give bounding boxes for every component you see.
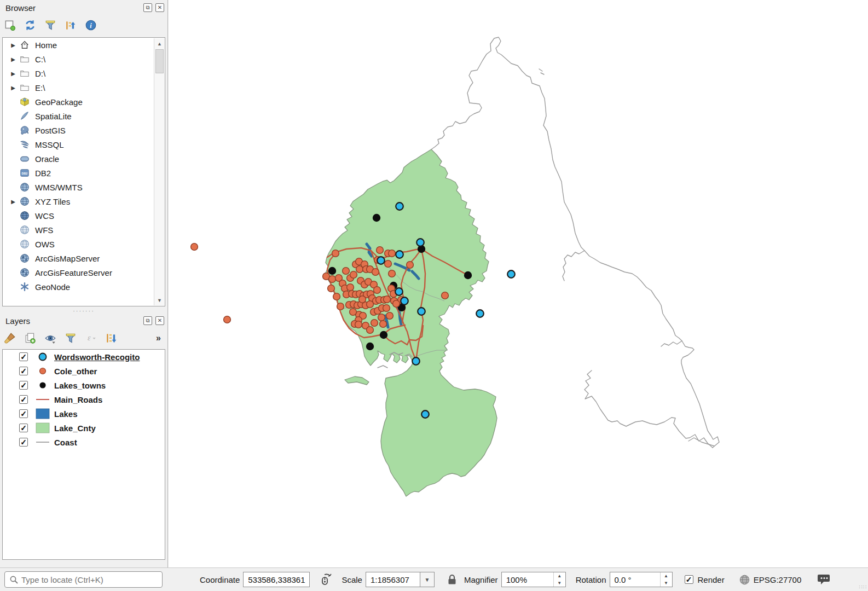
render-checkbox[interactable]: ✓ [685,575,693,584]
add-selected-layers-icon[interactable] [3,19,16,32]
expand-arrow-icon[interactable]: ▶ [7,71,19,77]
browser-close-button[interactable]: ✕ [155,3,164,12]
map-canvas[interactable] [169,0,868,567]
layer-label: Main_Roads [54,395,102,404]
rotation-value[interactable]: 0.0 ° [610,572,660,587]
browser-item-mssql[interactable]: MSSQL [3,137,165,152]
layers-close-button[interactable]: ✕ [155,316,164,325]
layer-item-main-roads[interactable]: ✓Main_Roads [3,392,165,407]
properties-icon[interactable]: i [84,19,97,32]
expand-arrow-icon[interactable]: ▶ [7,56,19,62]
coordinate-input[interactable]: 533586,338361 [243,572,310,587]
expand-arrow-icon[interactable]: ▶ [7,85,19,91]
add-group-icon[interactable] [24,332,37,345]
browser-item-postgis[interactable]: PostGIS [3,123,165,137]
expand-collapse-tree-icon[interactable] [105,332,118,345]
svg-text:DB2: DB2 [22,172,28,175]
browser-item-d[interactable]: ▶D:\ [3,66,165,80]
folder-icon [19,68,30,78]
layers-toolbar-overflow-button[interactable]: » [156,333,164,343]
layer-visibility-checkbox[interactable]: ✓ [19,424,28,432]
left-dock: Browser ⧉ ✕ i ▶Home▶C:\▶D:\▶E:\GeoPackag… [0,0,168,567]
browser-item-wcs[interactable]: WCS [3,208,165,223]
panel-splitter[interactable]: ······· [0,309,167,313]
layer-item-lakes-towns[interactable]: ✓Lakes_towns [3,378,165,392]
magnifier-down-icon[interactable]: ▼ [554,580,565,587]
layer-label: Lakes_towns [54,381,106,390]
scroll-down-icon[interactable]: ▼ [155,296,164,305]
manage-map-themes-icon[interactable] [44,332,57,345]
browser-item-spatialite[interactable]: SpatiaLite [3,109,165,123]
browser-item-db2[interactable]: DB2DB2 [3,166,165,180]
expand-arrow-icon[interactable]: ▶ [7,199,19,205]
crs-globe-icon[interactable] [739,574,750,586]
browser-item-arcgismapserver[interactable]: ArcGisMapServer [3,251,165,265]
rotation-up-icon[interactable]: ▲ [661,572,672,580]
browser-item-label: WFS [35,225,53,235]
browser-item-label: WCS [35,211,54,221]
browser-item-wfs[interactable]: WFS [3,223,165,237]
browser-item-arcgisfeatureserver[interactable]: ArcGisFeatureServer [3,265,165,280]
scale-value[interactable]: 1:1856307 [366,572,420,587]
layers-float-button[interactable]: ⧉ [143,316,152,325]
render-toggle[interactable]: ✓ Render [685,575,725,584]
collapse-all-icon[interactable] [64,19,77,32]
extents-toggle-icon[interactable] [320,573,334,586]
open-layer-styling-icon[interactable] [3,332,16,345]
layer-item-cole-other[interactable]: ✓Cole_other [3,364,165,378]
layer-symbol-point [34,381,51,390]
browser-item-label: Home [35,40,57,50]
layer-visibility-checkbox[interactable]: ✓ [19,409,28,418]
layer-label: Lake_Cnty [54,424,96,433]
layer-item-wordsworth-recogito[interactable]: ✓Wordsworth-Recogito [3,350,165,364]
folder-icon [19,83,30,92]
browser-item-xyz-tiles[interactable]: ▶XYZ Tiles [3,194,165,208]
expand-arrow-icon[interactable]: ▶ [7,42,19,48]
layer-label: Lakes [54,409,78,419]
lock-scale-icon[interactable] [447,573,458,586]
filter-browser-icon[interactable] [44,19,57,32]
browser-item-oracle[interactable]: Oracle [3,152,165,166]
browser-item-c[interactable]: ▶C:\ [3,52,165,66]
browser-float-button[interactable]: ⧉ [143,3,152,12]
layer-visibility-checkbox[interactable]: ✓ [19,381,28,390]
layer-item-coast[interactable]: ✓Coast [3,435,165,449]
browser-scrollbar[interactable]: ▲ ▼ [154,38,164,305]
browser-item-geonode[interactable]: GeoNode [3,280,165,294]
scale-dropdown-icon[interactable]: ▼ [420,572,435,587]
rotation-down-icon[interactable]: ▼ [661,580,672,587]
browser-item-geopackage[interactable]: GeoPackage [3,95,165,109]
epsg-value[interactable]: EPSG:27700 [754,575,802,584]
layer-visibility-checkbox[interactable]: ✓ [19,438,28,447]
locate-input[interactable] [21,575,147,584]
layer-item-lake-cnty[interactable]: ✓Lake_Cnty [3,421,165,435]
resize-grip[interactable]: ∷∷ [859,584,867,590]
locator-bar[interactable] [4,571,163,588]
layer-visibility-checkbox[interactable]: ✓ [19,395,28,404]
spatialite-icon [19,111,30,121]
browser-item-label: PostGIS [35,126,66,135]
browser-item-e[interactable]: ▶E:\ [3,80,165,95]
filter-by-expression-icon[interactable]: ε [84,332,97,345]
layers-toolbar: ε» [0,328,167,348]
magnifier-value[interactable]: 100% [502,572,553,587]
magnifier-up-icon[interactable]: ▲ [554,572,565,580]
layer-item-lakes[interactable]: ✓Lakes [3,407,165,421]
browser-item-wms-wmts[interactable]: WMS/WMTS [3,180,165,194]
refresh-icon[interactable] [24,19,37,32]
globe-light-icon [19,239,30,249]
filter-legend-icon[interactable] [64,332,77,345]
messages-icon[interactable] [817,573,831,586]
layer-visibility-checkbox[interactable]: ✓ [19,352,28,361]
rotation-spinbox[interactable]: 0.0 ° ▲▼ [610,572,673,587]
globe-icon [19,196,30,206]
magnifier-spinbox[interactable]: 100% ▲▼ [501,572,566,587]
scrollbar-thumb[interactable] [155,49,164,73]
scale-combo[interactable]: 1:1856307 ▼ [366,572,435,587]
browser-item-ows[interactable]: OWS [3,237,165,251]
browser-item-home[interactable]: ▶Home [3,38,165,52]
layer-visibility-checkbox[interactable]: ✓ [19,367,28,375]
layer-symbol-fill [34,422,51,433]
browser-item-label: DB2 [35,169,51,178]
scroll-up-icon[interactable]: ▲ [155,39,164,48]
